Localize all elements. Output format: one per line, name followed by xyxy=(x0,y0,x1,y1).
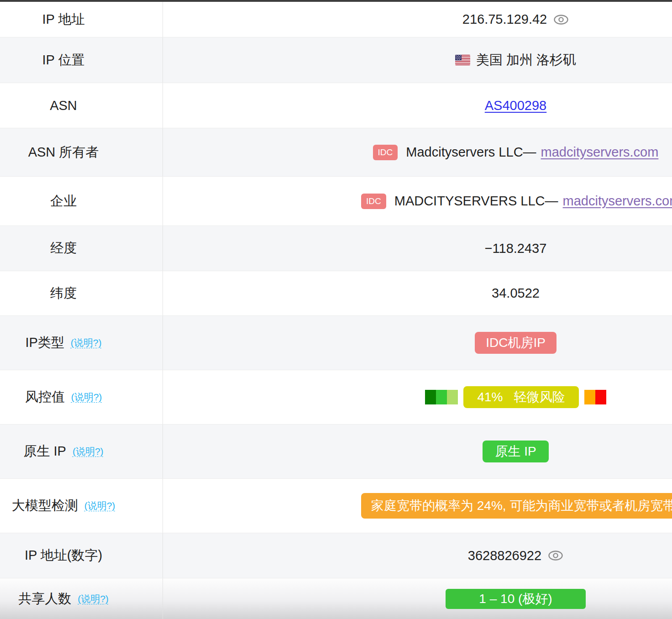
row-label-cell: 原生 IP (说明?) xyxy=(0,425,163,478)
share-count-badge: 1 – 10 (极好) xyxy=(446,589,586,609)
row-label-cell: 共享人数 (说明?) xyxy=(0,578,163,619)
row-label: IP 位置 xyxy=(42,51,85,69)
help-link[interactable]: (说明?) xyxy=(84,499,116,512)
table-row: 大模型检测 (说明?) 家庭宽带的概率为 24%, 可能为商业宽带或者机房宽带 xyxy=(0,479,672,533)
idc-tag-badge: IDC xyxy=(373,145,398,160)
eye-icon[interactable] xyxy=(553,14,569,26)
risk-segments-low xyxy=(425,390,458,404)
row-value-cell: 家庭宽带的概率为 24%, 可能为商业宽带或者机房宽带 xyxy=(163,479,672,533)
table-row: ASN 所有者 IDC Madcityservers LLC— madcitys… xyxy=(0,128,672,177)
row-label-cell: ASN 所有者 xyxy=(0,128,163,176)
risk-segment xyxy=(447,390,458,404)
row-value-cell: IDC机房IP xyxy=(163,316,672,370)
company-domain-link[interactable]: madcityservers.com xyxy=(563,194,672,209)
ip-address-value: 216.75.129.42 xyxy=(462,12,547,27)
table-row: ASN AS400298 xyxy=(0,83,672,128)
row-label-cell: IP 地址(数字) xyxy=(0,533,163,578)
row-value-cell: −118.2437 xyxy=(163,226,672,271)
row-label: 大模型检测 xyxy=(12,497,78,515)
table-row: IP类型 (说明?) IDC机房IP xyxy=(0,316,672,370)
row-label: 共享人数 xyxy=(18,590,71,608)
row-label-cell: IP 地址 xyxy=(0,2,163,37)
table-row: 原生 IP (说明?) 原生 IP xyxy=(0,425,672,479)
native-ip-badge: 原生 IP xyxy=(483,441,548,462)
row-label-cell: ASN xyxy=(0,83,163,128)
row-label: IP 地址 xyxy=(42,10,85,29)
help-link[interactable]: (说明?) xyxy=(71,391,102,404)
help-link[interactable]: (说明?) xyxy=(71,336,102,349)
ip-location-value: 美国 加州 洛杉矶 xyxy=(476,51,576,69)
longitude-value: −118.2437 xyxy=(485,241,547,256)
row-value-cell: 216.75.129.42 xyxy=(163,2,672,37)
row-label-cell: 风控值 (说明?) xyxy=(0,370,163,424)
risk-segment xyxy=(436,390,447,404)
table-row: 经度 −118.2437 xyxy=(0,226,672,271)
row-value-cell: 1 – 10 (极好) xyxy=(163,578,672,619)
row-label-cell: 经度 xyxy=(0,226,163,271)
row-label: IP 地址(数字) xyxy=(25,546,102,565)
row-label: 风控值 xyxy=(25,388,65,406)
row-label-cell: IP类型 (说明?) xyxy=(0,316,163,370)
row-label: 企业 xyxy=(50,192,77,210)
us-flag-icon xyxy=(455,55,470,65)
table-row: IP 地址(数字) 3628826922 xyxy=(0,533,672,578)
row-value-cell: 3628826922 xyxy=(163,533,672,578)
risk-segment xyxy=(595,390,606,404)
row-value-cell: IDC Madcityservers LLC— madcityservers.c… xyxy=(163,128,672,176)
help-link[interactable]: (说明?) xyxy=(78,593,109,605)
company-name: MADCITYSERVERS LLC— xyxy=(394,194,558,209)
eye-icon[interactable] xyxy=(548,550,563,561)
risk-segment xyxy=(584,390,595,404)
latitude-value: 34.0522 xyxy=(492,286,540,301)
row-value-cell: IDC MADCITYSERVERS LLC— madcityservers.c… xyxy=(163,177,672,226)
risk-level: 轻微风险 xyxy=(514,388,565,406)
row-label: ASN xyxy=(50,98,77,113)
risk-scale-bar: 41% 轻微风险 xyxy=(425,386,606,408)
row-value-cell: 34.0522 xyxy=(163,271,672,315)
row-value-cell: 41% 轻微风险 xyxy=(163,370,672,424)
table-row: 纬度 34.0522 xyxy=(0,271,672,316)
risk-segment xyxy=(425,390,436,404)
help-link[interactable]: (说明?) xyxy=(73,445,104,458)
row-label: 原生 IP xyxy=(23,442,66,461)
row-label: ASN 所有者 xyxy=(28,143,99,162)
risk-percent: 41% xyxy=(477,390,503,404)
row-label-cell: IP 位置 xyxy=(0,37,163,83)
ip-type-badge: IDC机房IP xyxy=(475,332,556,354)
ip-decimal-value: 3628826922 xyxy=(468,548,541,563)
table-row: 风控值 (说明?) 41% 轻微风险 xyxy=(0,370,672,425)
row-label: 经度 xyxy=(50,239,77,257)
row-label-cell: 大模型检测 (说明?) xyxy=(0,479,163,533)
row-value-cell: 美国 加州 洛杉矶 xyxy=(163,37,672,83)
table-row: 共享人数 (说明?) 1 – 10 (极好) xyxy=(0,578,672,619)
risk-score-badge: 41% 轻微风险 xyxy=(463,386,578,408)
row-label-cell: 纬度 xyxy=(0,271,163,315)
table-row: IP 位置 美国 加州 洛杉矶 xyxy=(0,37,672,83)
row-label-cell: 企业 xyxy=(0,177,163,226)
risk-segments-high xyxy=(584,390,606,404)
idc-tag-badge: IDC xyxy=(361,194,386,209)
row-label: IP类型 xyxy=(25,334,64,352)
asn-owner-name: Madcityservers LLC— xyxy=(406,145,536,160)
asn-link[interactable]: AS400298 xyxy=(485,98,546,113)
asn-owner-domain-link[interactable]: madcityservers.com xyxy=(541,145,659,160)
table-row: 企业 IDC MADCITYSERVERS LLC— madcityserver… xyxy=(0,177,672,226)
row-value-cell: 原生 IP xyxy=(163,425,672,478)
row-value-cell: AS400298 xyxy=(163,83,672,128)
row-label: 纬度 xyxy=(50,284,77,303)
table-row: IP 地址 216.75.129.42 xyxy=(0,2,672,37)
llm-detection-badge: 家庭宽带的概率为 24%, 可能为商业宽带或者机房宽带 xyxy=(361,493,672,519)
